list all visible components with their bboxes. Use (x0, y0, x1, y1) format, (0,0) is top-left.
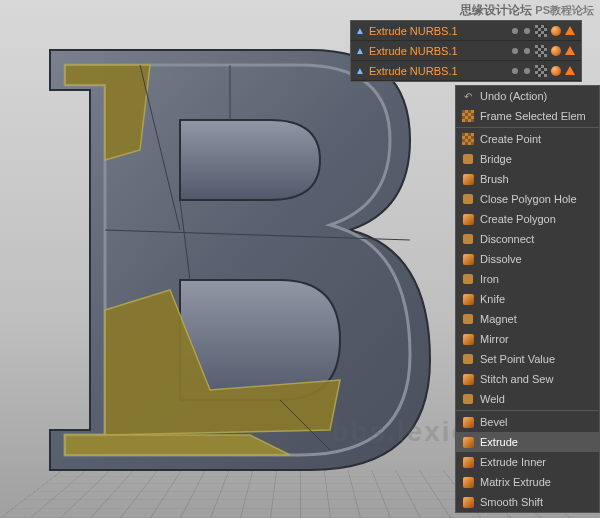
menu-weld[interactable]: Weld (456, 389, 599, 409)
set-point-icon (461, 352, 475, 366)
visibility-dot-icon[interactable] (512, 68, 518, 74)
bridge-icon (461, 152, 475, 166)
brush-icon (461, 172, 475, 186)
menu-frame-selected[interactable]: Frame Selected Elem (456, 106, 599, 126)
point-icon (461, 132, 475, 146)
matrix-extrude-icon (461, 475, 475, 489)
undo-icon: ↶ (461, 89, 475, 103)
object-row[interactable]: ▲ Extrude NURBS.1 (351, 61, 581, 81)
knife-icon (461, 292, 475, 306)
menu-extrude[interactable]: Extrude (456, 432, 599, 452)
menu-separator (456, 410, 599, 411)
menu-iron[interactable]: Iron (456, 269, 599, 289)
tag-icon[interactable] (565, 26, 575, 35)
checker-icon[interactable] (535, 25, 547, 37)
extrude-nurbs-icon: ▲ (355, 25, 365, 36)
checker-icon[interactable] (535, 65, 547, 77)
object-manager[interactable]: ▲ Extrude NURBS.1 ▲ Extrude NURBS.1 ▲ Ex… (350, 20, 582, 82)
visibility-dot-icon[interactable] (524, 48, 530, 54)
visibility-dot-icon[interactable] (512, 28, 518, 34)
tag-icon[interactable] (565, 46, 575, 55)
weld-icon (461, 392, 475, 406)
menu-disconnect[interactable]: Disconnect (456, 229, 599, 249)
menu-dissolve[interactable]: Dissolve (456, 249, 599, 269)
object-label: Extrude NURBS.1 (369, 25, 509, 37)
menu-mirror[interactable]: Mirror (456, 329, 599, 349)
object-label: Extrude NURBS.1 (369, 65, 509, 77)
context-menu: ↶Undo (Action) Frame Selected Elem Creat… (455, 85, 600, 513)
magnet-icon (461, 312, 475, 326)
material-orb-icon[interactable] (551, 26, 561, 36)
extrude-nurbs-icon: ▲ (355, 45, 365, 56)
iron-icon (461, 272, 475, 286)
menu-matrix-extrude[interactable]: Matrix Extrude (456, 472, 599, 492)
menu-create-polygon[interactable]: Create Polygon (456, 209, 599, 229)
menu-set-point-value[interactable]: Set Point Value (456, 349, 599, 369)
checker-icon[interactable] (535, 45, 547, 57)
visibility-dot-icon[interactable] (524, 68, 530, 74)
polygon-icon (461, 212, 475, 226)
menu-close-polygon-hole[interactable]: Close Polygon Hole (456, 189, 599, 209)
viewport-3d[interactable]: 思缘设计论坛 PS教程论坛 bbs.lexiex.com ▲ Extrude N… (0, 0, 600, 518)
menu-knife[interactable]: Knife (456, 289, 599, 309)
menu-separator (456, 127, 599, 128)
object-row[interactable]: ▲ Extrude NURBS.1 (351, 21, 581, 41)
smooth-shift-icon (461, 495, 475, 509)
object-label: Extrude NURBS.1 (369, 45, 509, 57)
menu-bridge[interactable]: Bridge (456, 149, 599, 169)
material-orb-icon[interactable] (551, 66, 561, 76)
menu-brush[interactable]: Brush (456, 169, 599, 189)
disconnect-icon (461, 232, 475, 246)
material-orb-icon[interactable] (551, 46, 561, 56)
tag-icon[interactable] (565, 66, 575, 75)
menu-create-point[interactable]: Create Point (456, 129, 599, 149)
dissolve-icon (461, 252, 475, 266)
extrude-inner-icon (461, 455, 475, 469)
visibility-dot-icon[interactable] (524, 28, 530, 34)
menu-magnet[interactable]: Magnet (456, 309, 599, 329)
menu-smooth-shift[interactable]: Smooth Shift (456, 492, 599, 512)
mirror-icon (461, 332, 475, 346)
object-row[interactable]: ▲ Extrude NURBS.1 (351, 41, 581, 61)
extrude-icon (461, 435, 475, 449)
extrude-nurbs-icon: ▲ (355, 65, 365, 76)
frame-icon (461, 109, 475, 123)
watermark-top: 思缘设计论坛 PS教程论坛 (460, 2, 594, 19)
bevel-icon (461, 415, 475, 429)
visibility-dot-icon[interactable] (512, 48, 518, 54)
menu-stitch-and-sew[interactable]: Stitch and Sew (456, 369, 599, 389)
stitch-icon (461, 372, 475, 386)
menu-bevel[interactable]: Bevel (456, 412, 599, 432)
close-hole-icon (461, 192, 475, 206)
menu-extrude-inner[interactable]: Extrude Inner (456, 452, 599, 472)
menu-undo[interactable]: ↶Undo (Action) (456, 86, 599, 106)
